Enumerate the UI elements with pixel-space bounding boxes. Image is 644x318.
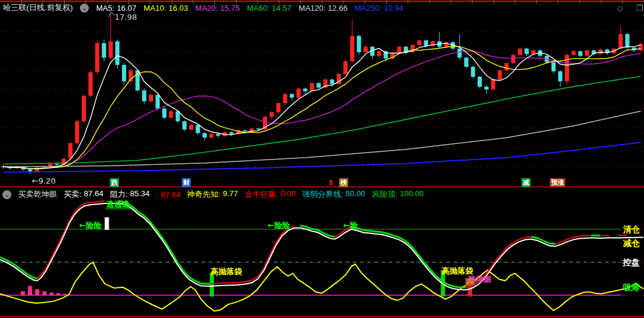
ma-line-ma120 bbox=[4, 111, 641, 167]
histogram-bar bbox=[21, 291, 25, 295]
svg-text:控盘: 控盘 bbox=[622, 257, 640, 267]
candle bbox=[189, 125, 193, 130]
svg-text:吸筹: 吸筹 bbox=[623, 283, 640, 292]
signal-bar bbox=[105, 217, 109, 230]
collapse-panel-icon[interactable]: ⌄ bbox=[80, 4, 89, 13]
buy-sell-value: 买卖:87.64 bbox=[64, 189, 103, 200]
candle bbox=[491, 79, 495, 89]
candle bbox=[525, 49, 529, 54]
price-and-indicator-chart-canvas[interactable]: 17.98←9.20逃逃逃←险险←险险←险高抛落袋高抛落袋乾坤眼清仓减仓控盘吸筹 bbox=[0, 0, 644, 318]
candle bbox=[424, 40, 428, 46]
candle bbox=[122, 65, 126, 81]
candle bbox=[102, 43, 106, 58]
candle bbox=[357, 36, 361, 52]
candle bbox=[619, 34, 623, 49]
tag-finance[interactable]: 财 bbox=[182, 178, 191, 187]
candle bbox=[75, 121, 79, 143]
candle bbox=[209, 134, 214, 137]
candle bbox=[565, 55, 569, 82]
ma-line-ma250 bbox=[4, 142, 641, 172]
main-chart-header: 哈三联(日线.前复权) ⌄ MA5:16.07 MA10:16.03 MA20:… bbox=[3, 2, 403, 13]
candle bbox=[310, 83, 314, 92]
candle bbox=[558, 71, 562, 82]
magic-prophet-value: 神奇先知:9.77 bbox=[187, 189, 238, 200]
ma-line-ma60 bbox=[4, 76, 641, 164]
candle bbox=[283, 94, 287, 103]
candle bbox=[364, 47, 368, 52]
ma20-value: MA20:15.75 bbox=[195, 4, 239, 13]
candle bbox=[269, 112, 274, 117]
tag-forecast-rise[interactable]: 预涨 bbox=[550, 178, 565, 187]
histogram-bar bbox=[56, 293, 61, 295]
golden-bull-value: 金牛狂飙:0.00 bbox=[244, 189, 295, 200]
candle bbox=[350, 36, 354, 61]
candle bbox=[95, 43, 100, 72]
candle bbox=[256, 128, 260, 130]
ma5-value: MA5:16.07 bbox=[96, 4, 136, 13]
candle bbox=[162, 109, 166, 118]
signal-bar bbox=[210, 273, 214, 297]
candle bbox=[316, 83, 320, 88]
candle bbox=[88, 72, 92, 95]
svg-text:逃逃逃: 逃逃逃 bbox=[106, 200, 130, 209]
svg-text:高抛落袋: 高抛落袋 bbox=[442, 266, 474, 275]
event-tag-band: 跌 财 $ 榜 减 预涨 bbox=[0, 178, 644, 188]
candle bbox=[457, 49, 462, 58]
tag-fall[interactable]: 跌 bbox=[110, 178, 119, 187]
tag-rank[interactable]: 榜 bbox=[339, 178, 348, 187]
risk-top-value: 风险顶:100.00 bbox=[372, 189, 424, 200]
svg-text:乾坤眼: 乾坤眼 bbox=[468, 275, 492, 284]
current-red-value: :87.64 bbox=[156, 190, 180, 199]
candle bbox=[464, 58, 468, 67]
window-icon[interactable]: ❐ bbox=[636, 4, 643, 13]
candle bbox=[397, 47, 402, 53]
candle bbox=[552, 62, 556, 71]
trading-app-window: 17.98←9.20逃逃逃←险险←险险←险高抛落袋高抛落袋乾坤眼清仓减仓控盘吸筹… bbox=[0, 0, 644, 318]
candle bbox=[296, 89, 301, 98]
candle bbox=[417, 40, 421, 45]
candle bbox=[571, 51, 576, 55]
candle bbox=[330, 79, 334, 84]
candle bbox=[498, 70, 502, 79]
candle bbox=[149, 95, 153, 101]
candle bbox=[343, 61, 348, 74]
svg-text:17.98: 17.98 bbox=[115, 13, 137, 22]
candle bbox=[109, 41, 113, 58]
candle bbox=[142, 91, 146, 101]
candle bbox=[303, 89, 307, 92]
stock-title: 哈三联(日线.前复权) bbox=[3, 2, 73, 13]
histogram-bar bbox=[35, 289, 40, 295]
histogram-bar bbox=[50, 293, 54, 295]
svg-text:←险险: ←险险 bbox=[268, 221, 290, 230]
svg-text:←险: ←险 bbox=[343, 221, 358, 230]
candle bbox=[115, 41, 119, 65]
diamond-icon[interactable]: ◇ bbox=[617, 4, 623, 13]
ma250-value: MA250:10.94 bbox=[355, 4, 403, 13]
candle bbox=[55, 164, 59, 165]
candle bbox=[578, 51, 582, 56]
tag-dollar[interactable]: $ bbox=[328, 178, 334, 187]
candle bbox=[216, 134, 220, 136]
candle bbox=[182, 121, 187, 130]
candle bbox=[196, 125, 200, 133]
candle bbox=[276, 103, 280, 112]
ma10-value: MA10:16.03 bbox=[143, 4, 188, 13]
histogram-bar bbox=[28, 286, 32, 295]
buysell-line bbox=[0, 203, 643, 290]
candle bbox=[511, 55, 516, 64]
candle bbox=[82, 96, 86, 121]
strength-divider-value: 强弱分界线:50.00 bbox=[302, 189, 365, 200]
indicator-name: 买卖乾坤眼 bbox=[18, 189, 57, 200]
tag-reduce[interactable]: 减 bbox=[522, 178, 531, 187]
candle bbox=[625, 34, 630, 48]
resistance-value: 阻力:85.34 bbox=[110, 189, 149, 200]
candle bbox=[518, 49, 522, 55]
svg-text:减仓: 减仓 bbox=[623, 238, 640, 248]
ma60-value: MA60:14.57 bbox=[247, 4, 291, 13]
candle bbox=[155, 95, 160, 109]
candle bbox=[585, 50, 589, 56]
svg-text:←险险: ←险险 bbox=[79, 221, 102, 230]
collapse-indicator-icon[interactable]: ⌄ bbox=[2, 190, 11, 199]
candle bbox=[68, 143, 73, 158]
candle bbox=[478, 77, 482, 87]
